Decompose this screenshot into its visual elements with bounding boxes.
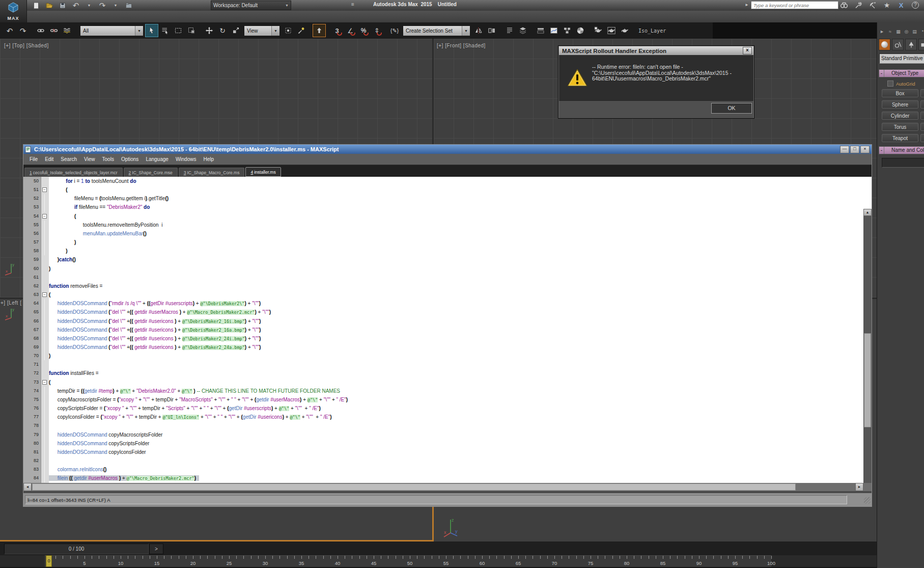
mirror-button[interactable]: [472, 24, 485, 37]
fold-collapse-icon[interactable]: −: [42, 187, 47, 192]
caret-icon[interactable]: ▼: [82, 1, 96, 10]
keyboard-override-button[interactable]: [313, 24, 326, 37]
fold-collapse-icon[interactable]: −: [42, 292, 47, 297]
maximize-icon[interactable]: □: [850, 146, 859, 153]
save-file-icon[interactable]: [56, 1, 69, 10]
name-color-rollout[interactable]: -Name and Color: [879, 146, 924, 154]
binoculars-icon[interactable]: [837, 1, 851, 10]
clipped-button[interactable]: [920, 123, 924, 131]
window-crossing-button[interactable]: [185, 24, 198, 37]
viewport-front-label[interactable]: [+] [Front] [Shaded]: [437, 43, 486, 48]
max-logo-button[interactable]: MAX: [0, 0, 27, 22]
reference-coordinate-dropdown[interactable]: View▼: [244, 25, 280, 36]
utilities-tab-icon[interactable]: *: [919, 29, 924, 35]
rendered-frame-button[interactable]: [605, 24, 618, 37]
render-setup-button[interactable]: [592, 24, 605, 37]
undo-icon[interactable]: ↶: [69, 1, 82, 10]
editor-menu-windows[interactable]: Windows: [172, 156, 200, 162]
editor-tab-cecofuli_Isolate_selected_objects_layer.mcr[interactable]: 1 cecofuli_Isolate_selected_objects_laye…: [24, 168, 123, 177]
minimize-icon[interactable]: —: [840, 146, 849, 153]
clipped-button[interactable]: [920, 134, 924, 142]
search-input[interactable]: [751, 1, 838, 9]
close-icon[interactable]: ×: [743, 47, 752, 55]
rectangular-selection-button[interactable]: [172, 24, 185, 37]
fold-collapse-icon[interactable]: −: [42, 214, 47, 219]
redo-button[interactable]: ↷: [16, 24, 30, 37]
code-editor-area[interactable]: 5051525354555657585960616263646566676869…: [23, 177, 872, 483]
viewport-top-label[interactable]: [+] [Top] [Shaded]: [4, 43, 49, 48]
render-production-button[interactable]: [618, 24, 631, 37]
workspace-dropdown[interactable]: Workspace: Default▼: [211, 1, 291, 10]
select-by-name-button[interactable]: [158, 24, 172, 37]
qa-flyout-icon[interactable]: ≡: [351, 2, 354, 7]
layer-explorer-button[interactable]: [516, 24, 529, 37]
select-object-button[interactable]: [145, 24, 158, 37]
modify-tab-icon[interactable]: ≈: [887, 29, 893, 35]
named-selection-sets-dropdown[interactable]: Create Selection Set▼: [403, 25, 470, 36]
percent-snap-button[interactable]: %: [357, 24, 370, 37]
box-button[interactable]: Box: [882, 89, 918, 97]
editor-tab-IC_Shape_Macro_Core.ms[interactable]: 3 IC_Shape_Macro_Core.ms: [179, 168, 245, 177]
wrench-icon[interactable]: [851, 1, 865, 10]
scene-explorer-button[interactable]: [503, 24, 516, 37]
collapse-icon[interactable]: -: [879, 147, 884, 154]
editor-menu-options[interactable]: Options: [118, 156, 142, 162]
object-type-rollout[interactable]: -Object Type: [879, 69, 924, 77]
close-icon[interactable]: ×: [860, 146, 870, 153]
cameras-category-icon[interactable]: [918, 39, 924, 50]
search-arrow-icon[interactable]: ►: [745, 3, 749, 7]
link-button[interactable]: [34, 24, 47, 37]
code-text[interactable]: for i = 1 to toolsMenuCount do ( fileMen…: [49, 177, 863, 483]
sphere-button[interactable]: Sphere: [882, 100, 918, 109]
editor-menu-file[interactable]: File: [26, 156, 41, 162]
create-tab-icon[interactable]: ►: [879, 29, 885, 35]
use-pivot-center-button[interactable]: [282, 24, 295, 37]
ribbon-toggle-button[interactable]: [534, 24, 547, 37]
help-circle-icon[interactable]: ?: [908, 1, 922, 10]
dialog-titlebar[interactable]: MAXScript Rollout Handler Exception ×: [559, 46, 753, 55]
select-rotate-button[interactable]: ↻: [216, 24, 229, 37]
viewport-left-label[interactable]: +] [Left [: [1, 300, 21, 306]
clipped-button[interactable]: [920, 100, 924, 109]
horizontal-scrollbar-thumb[interactable]: [32, 483, 796, 491]
hierarchy-tab-icon[interactable]: ▦: [895, 29, 902, 35]
display-tab-icon[interactable]: ▤: [911, 29, 918, 35]
redo-icon[interactable]: ↷: [96, 1, 109, 10]
clipped-button[interactable]: [920, 112, 924, 120]
scroll-left-icon[interactable]: ◄: [23, 483, 32, 491]
material-editor-button[interactable]: [574, 24, 587, 37]
time-slider[interactable]: 0 / 100: [4, 544, 149, 554]
select-move-button[interactable]: [203, 24, 216, 37]
vertical-scrollbar[interactable]: ▲ ▼: [863, 209, 872, 483]
star-icon[interactable]: ★: [880, 1, 894, 10]
collapse-icon[interactable]: -: [879, 70, 884, 77]
editor-tab-installer.ms[interactable]: 4 installer.ms: [245, 167, 281, 177]
ok-button[interactable]: OK: [711, 103, 752, 114]
teapot-button[interactable]: Teapot: [882, 134, 918, 142]
editor-menu-edit[interactable]: Edit: [41, 156, 57, 162]
shapes-category-icon[interactable]: [892, 39, 904, 50]
geometry-category-icon[interactable]: [879, 39, 890, 50]
project-folder-icon[interactable]: [122, 1, 135, 10]
editor-menu-help[interactable]: Help: [200, 156, 217, 162]
editor-menu-tools[interactable]: Tools: [99, 156, 118, 162]
next-frame-button[interactable]: >: [149, 544, 163, 554]
align-button[interactable]: [485, 24, 498, 37]
fold-margin[interactable]: −−−−: [41, 177, 49, 483]
motion-tab-icon[interactable]: ◎: [903, 29, 910, 35]
cylinder-button[interactable]: Cylinder: [882, 112, 918, 120]
timeline-ruler[interactable]: 0510152025303540455055606570758085909510…: [45, 555, 771, 567]
primitive-type-dropdown[interactable]: Standard Primitive: [879, 53, 924, 64]
open-file-icon[interactable]: [43, 1, 56, 10]
horizontal-scrollbar[interactable]: ◄ ►: [23, 483, 872, 491]
schematic-view-button[interactable]: [561, 24, 574, 37]
lights-category-icon[interactable]: [905, 39, 917, 50]
angle-snap-button[interactable]: ∠: [344, 24, 357, 37]
scroll-right-icon[interactable]: ►: [855, 483, 863, 491]
editor-menu-language[interactable]: Language: [142, 156, 172, 162]
satellite-icon[interactable]: [865, 1, 880, 10]
edit-named-selections-button[interactable]: {✎}: [388, 24, 401, 37]
bind-to-space-warp-button[interactable]: [61, 24, 74, 37]
spinner-snap-button[interactable]: ⇕: [370, 24, 383, 37]
selection-filter-dropdown[interactable]: All▼: [80, 25, 144, 36]
